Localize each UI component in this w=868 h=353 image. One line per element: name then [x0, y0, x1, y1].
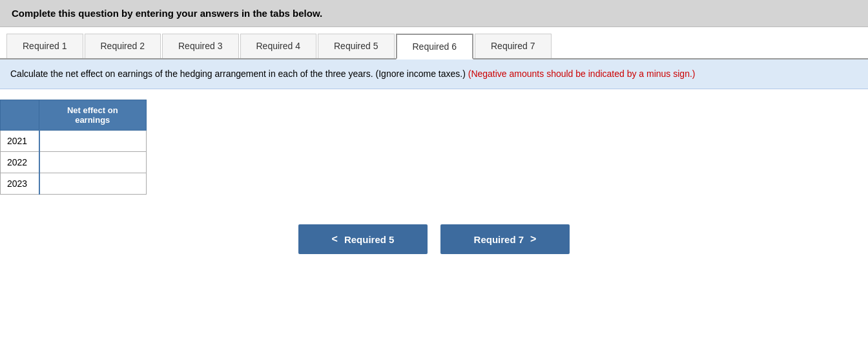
header-banner: Complete this question by entering your … — [0, 0, 868, 27]
input-cell-2022[interactable] — [39, 152, 147, 173]
tab-required-3[interactable]: Required 3 — [162, 34, 239, 58]
prev-button[interactable]: < Required 5 — [298, 224, 428, 254]
table-row: 2022 — [1, 152, 147, 173]
earnings-input-2021[interactable] — [41, 132, 145, 150]
table-row: 2021 — [1, 131, 147, 152]
instructions-negative: (Negative amounts should be indicated by… — [468, 69, 696, 79]
earnings-input-2023[interactable] — [41, 175, 145, 193]
tabs-container: Required 1Required 2Required 3Required 4… — [0, 34, 868, 59]
tab-required-2[interactable]: Required 2 — [85, 34, 161, 58]
tab-required-6[interactable]: Required 6 — [396, 34, 474, 59]
tab-required-5[interactable]: Required 5 — [318, 34, 395, 58]
tab-required-7[interactable]: Required 7 — [475, 34, 552, 58]
header-instruction: Complete this question by entering your … — [12, 8, 322, 19]
next-button[interactable]: Required 7 > — [440, 224, 570, 254]
year-cell-2023: 2023 — [1, 173, 39, 195]
tab-required-4[interactable]: Required 4 — [240, 34, 317, 58]
prev-chevron-icon: < — [332, 233, 338, 245]
table-area: Net effect onearnings 202120222023 — [0, 89, 868, 205]
nav-buttons: < Required 5 Required 7 > — [0, 224, 868, 267]
input-cell-2023[interactable] — [39, 173, 147, 195]
tab-required-1[interactable]: Required 1 — [6, 34, 83, 58]
input-cell-2021[interactable] — [39, 131, 147, 152]
earnings-table: Net effect onearnings 202120222023 — [0, 100, 147, 195]
instructions-main: Calculate the net effect on earnings of … — [10, 69, 466, 79]
next-button-label: Required 7 — [474, 234, 524, 245]
instructions-box: Calculate the net effect on earnings of … — [0, 59, 868, 89]
table-header-empty — [1, 100, 39, 131]
next-chevron-icon: > — [530, 233, 536, 245]
prev-button-label: Required 5 — [344, 234, 395, 245]
year-cell-2022: 2022 — [1, 152, 39, 173]
table-row: 2023 — [1, 173, 147, 195]
earnings-input-2022[interactable] — [41, 153, 145, 171]
table-header-net-effect: Net effect onearnings — [39, 100, 147, 131]
year-cell-2021: 2021 — [1, 131, 39, 152]
